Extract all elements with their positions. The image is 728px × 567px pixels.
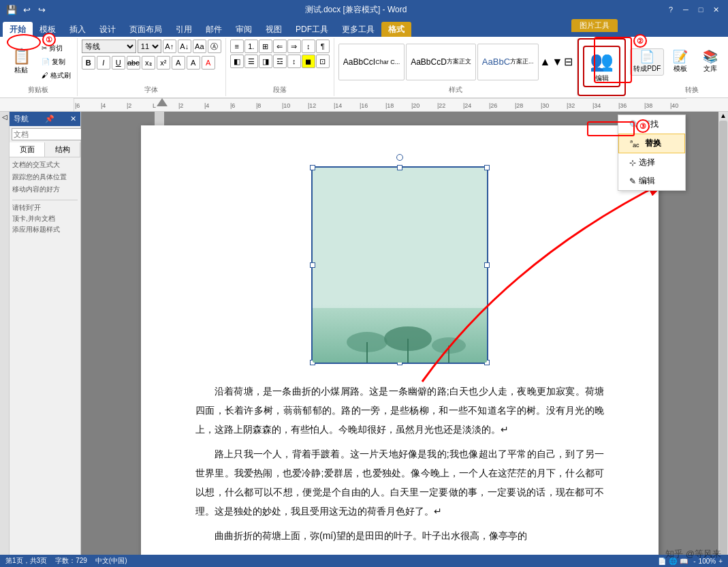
sidebar-collapse-btn[interactable]: ◁ <box>2 113 7 121</box>
font-case-btn[interactable]: Aa <box>193 40 206 53</box>
svg-text:|6: |6 <box>230 102 235 109</box>
font-grow-btn[interactable]: A↑ <box>163 40 176 53</box>
strikethrough-btn[interactable]: abc <box>127 56 140 70</box>
align-center-btn[interactable]: ☰ <box>244 55 258 68</box>
clear-format-btn[interactable]: Ⓐ <box>208 40 221 53</box>
format-painter-btn[interactable]: 🖌 格式刷 <box>39 70 73 82</box>
replace-icon: ᵃac <box>630 138 639 149</box>
style-body[interactable]: AaBbCcD方案正文 <box>406 44 476 80</box>
scrollbar-vertical[interactable]: ▲ ▼ <box>718 112 728 567</box>
replace-menu-item[interactable]: ᵃac 替换 <box>618 134 685 153</box>
list-number-btn[interactable]: 1. <box>244 40 258 53</box>
tab-format[interactable]: 格式 <box>381 22 411 37</box>
list-bullet-btn[interactable]: ≡ <box>230 40 244 53</box>
tab-pdf[interactable]: PDF工具 <box>289 22 335 37</box>
tab-more[interactable]: 更多工具 <box>335 22 381 37</box>
template-btn[interactable]: 📝 模板 <box>667 49 694 75</box>
ribbon-tabs: 开始 模板 插入 设计 页面布局 引用 邮件 审阅 视图 PDF工具 更多工具 … <box>0 19 728 37</box>
save-icon[interactable]: 💾 <box>5 3 18 16</box>
justify-btn[interactable]: ☲ <box>273 55 287 68</box>
editing-group: 👥 编辑 <box>577 38 626 96</box>
paste-btn[interactable]: 📋 粘贴 <box>4 48 38 76</box>
convert-group-label: 转换 <box>685 84 699 95</box>
align-left-btn[interactable]: ◧ <box>230 55 244 68</box>
tab-insert[interactable]: 插入 <box>63 22 93 37</box>
library-btn[interactable]: 📚 文库 <box>697 49 724 75</box>
maximize-btn[interactable]: □ <box>694 3 708 16</box>
redo-icon[interactable]: ↪ <box>35 3 48 16</box>
bold-btn[interactable]: B <box>82 56 95 70</box>
tab-mailings[interactable]: 邮件 <box>199 22 229 37</box>
tab-references[interactable]: 引用 <box>169 22 199 37</box>
tab-review[interactable]: 审阅 <box>229 22 259 37</box>
document-page: 沿着荷塘，是一条曲折的小煤屑路。这是一条幽僻的路;白天也少人走，夜晚更加寂寞。荷… <box>141 125 659 567</box>
style-normal[interactable]: AaBbCcIChar C... <box>338 44 405 80</box>
paragraph-2[interactable]: 路上只我一个人，背着手踱着。这一片天地好像是我的;我也像超出了平常的自己，到了另… <box>195 444 604 521</box>
svg-text:|8: |8 <box>256 102 261 109</box>
sidebar-hint5: 顶卡,并向文档 <box>12 214 78 224</box>
paragraph-1[interactable]: 沿着荷塘，是一条曲折的小煤屑路。这是一条幽僻的路;白天也少人走，夜晚更加寂寞。荷… <box>195 382 604 439</box>
to-pdf-label: 转成PDF <box>633 64 661 74</box>
tab-template[interactable]: 模板 <box>33 22 63 37</box>
font-color-btn[interactable]: A <box>202 56 215 70</box>
find-menu-item[interactable]: 🔍 查找 <box>618 115 685 134</box>
copy-btn[interactable]: 📄 复制 <box>39 56 73 68</box>
tab-pages[interactable]: 页面 <box>10 142 45 157</box>
tab-structure[interactable]: 结构 <box>45 142 80 157</box>
resize-tc[interactable] <box>397 165 402 170</box>
help-btn[interactable]: ? <box>664 3 678 16</box>
align-right-btn[interactable]: ◨ <box>259 55 272 68</box>
list-multilevel-btn[interactable]: ⊞ <box>259 40 272 53</box>
select-menu-item[interactable]: ⊹ 选择 <box>618 153 685 172</box>
sidebar-pin-icon[interactable]: 📌 <box>45 114 54 123</box>
font-name-select[interactable]: 等线 <box>82 40 136 53</box>
tab-design[interactable]: 设计 <box>93 22 123 37</box>
scroll-thumb[interactable] <box>719 121 727 558</box>
style-heading[interactable]: AaBbC方案正... <box>477 44 539 80</box>
edit-menu-item[interactable]: ✎ 编辑 <box>618 172 685 190</box>
styles-scroll-up[interactable]: ▲ <box>540 56 551 68</box>
paragraph-group-label: 段落 <box>273 84 287 95</box>
font-shrink-btn[interactable]: A↓ <box>178 40 191 53</box>
underline-btn[interactable]: U <box>112 56 125 70</box>
svg-text:|40: |40 <box>670 102 678 109</box>
tab-layout[interactable]: 页面布局 <box>123 22 169 37</box>
sidebar-title: 导航 <box>14 114 29 124</box>
sidebar-content: 文档的交互式大 跟踪您的具体位置 移动内容的好方 请转到'开 顶卡,并向文档 添… <box>10 157 80 239</box>
decrease-indent-btn[interactable]: ⇐ <box>273 40 287 53</box>
rotate-handle[interactable] <box>396 154 403 161</box>
sort-btn[interactable]: ↕ <box>302 40 315 53</box>
cut-btn[interactable]: ✂ 剪切 <box>39 42 73 55</box>
text-highlight-btn[interactable]: A <box>187 56 200 70</box>
text-effect-btn[interactable]: A <box>172 56 185 70</box>
show-marks-btn[interactable]: ¶ <box>316 40 330 53</box>
library-label: 文库 <box>703 64 717 74</box>
italic-btn[interactable]: I <box>97 56 110 70</box>
sidebar-close-icon[interactable]: ✕ <box>70 114 76 123</box>
resize-tr[interactable] <box>484 165 490 170</box>
edit-btn[interactable]: 👥 编辑 <box>583 46 620 87</box>
clipboard-group: 📋 粘贴 ✂ 剪切 📄 复制 🖌 格式刷 剪贴板 <box>0 38 78 96</box>
minimize-btn[interactable]: ─ <box>679 3 693 16</box>
line-spacing-btn[interactable]: ↕ <box>287 55 301 68</box>
styles-scroll-down[interactable]: ▼ <box>552 56 563 68</box>
shading-btn[interactable]: ◼ <box>302 55 315 68</box>
styles-more[interactable]: ⊟ <box>564 55 573 68</box>
font-size-select[interactable]: 11 <box>138 40 161 53</box>
paragraph-3[interactable]: 曲曲折折的荷塘上面，弥(mí)望的是田田的叶子。叶子出水很高，像亭亭的 <box>195 526 604 545</box>
undo-icon[interactable]: ↩ <box>20 3 33 16</box>
resize-mr[interactable] <box>484 262 490 268</box>
borders-btn[interactable]: ⊡ <box>316 55 330 68</box>
font-group: 等线 11 A↑ A↓ Aa Ⓐ B I U abc x₂ x² <box>78 38 226 96</box>
resize-tl[interactable] <box>310 165 315 170</box>
image-frame[interactable] <box>311 166 488 364</box>
close-btn[interactable]: ✕ <box>709 3 723 16</box>
tab-home[interactable]: 开始 <box>3 22 33 37</box>
to-pdf-btn[interactable]: 📄 转成PDF <box>630 48 664 76</box>
subscript-btn[interactable]: x₂ <box>142 56 155 70</box>
scroll-up-btn[interactable]: ▲ <box>720 112 727 119</box>
tab-view[interactable]: 视图 <box>259 22 289 37</box>
resize-ml[interactable] <box>310 262 315 268</box>
increase-indent-btn[interactable]: ⇒ <box>287 40 301 53</box>
superscript-btn[interactable]: x² <box>157 56 170 70</box>
